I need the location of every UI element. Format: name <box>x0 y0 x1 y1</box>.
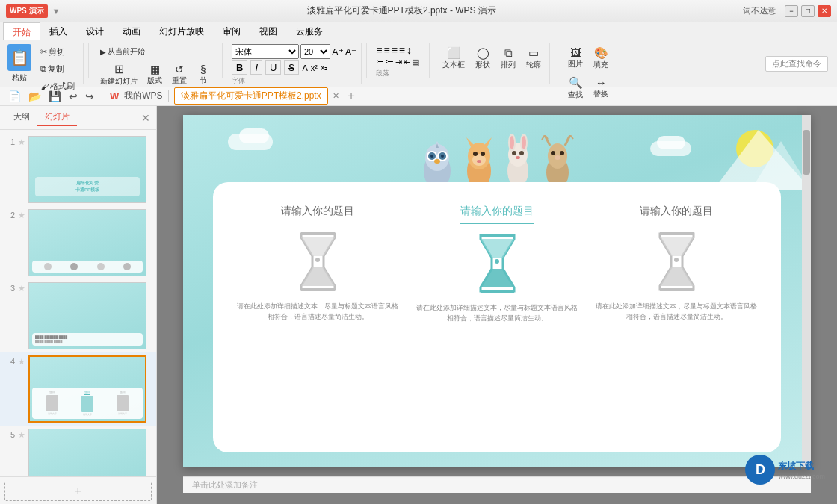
slide-item-3[interactable]: 3 ★ ████ ██ ████ ████ ████ ████ ████ <box>0 279 156 352</box>
content-column-3: 请输入你的题目 请在此处添加详细描述文本，尽量与标题文本语言风格相符合，语言描述… <box>594 205 759 438</box>
subscript-button[interactable]: x₂ <box>321 63 328 72</box>
picture-button[interactable]: 🖼 图片 <box>564 44 587 72</box>
content-card: 请输入你的题目 请在此处添加详细描述文本，尽量与标题文本语言风格相符合，语言描述… <box>213 182 781 452</box>
font-color-button[interactable]: A <box>302 63 307 72</box>
tab-design[interactable]: 设计 <box>77 22 114 40</box>
slide-num-3: 3 <box>4 284 15 293</box>
align-center-button[interactable]: ≡ <box>384 44 390 56</box>
new-slide-button[interactable]: ⊞ 新建幻灯片 <box>96 60 141 89</box>
drawing-group: ⬜ 文本框 ◯ 形状 ⧉ 排列 ▭ 轮廓 <box>434 43 550 84</box>
canvas-scrollbar[interactable] <box>802 115 811 467</box>
slide-num-4: 4 <box>4 357 15 366</box>
paragraph-group: ≡ ≡ ≡ ≡ ↕ ≔ ≔ ⇥ ⇤ ▤ 段落 <box>371 43 424 84</box>
shape-button[interactable]: ◯ 形状 <box>472 44 494 72</box>
qa-mywps[interactable]: 我的WPS <box>124 90 162 102</box>
tab-outline[interactable]: 大纲 <box>6 109 37 126</box>
restore-button[interactable]: □ <box>801 5 815 17</box>
font-size-select[interactable]: 20 <box>300 44 330 59</box>
cloud-right-top <box>657 136 685 149</box>
line-spacing-button[interactable]: ↕ <box>407 44 412 56</box>
slide-item-5[interactable]: 5 ★ ✦ ✦ ████████████ <box>0 426 156 476</box>
bullet-list-button[interactable]: ≔ <box>376 57 384 67</box>
textbox-button[interactable]: ⬜ 文本框 <box>439 44 469 72</box>
wps-logo[interactable]: WPS 演示 <box>6 4 48 18</box>
svg-point-29 <box>516 156 520 159</box>
underline-button[interactable]: U <box>265 60 281 75</box>
tab-cloud[interactable]: 云服务 <box>287 22 333 40</box>
quick-access-bar: 📄 📂 💾 ↩ ↪ W 我的WPS 淡雅扁平化可爱卡通PPT模板2.pptx ✕… <box>0 87 837 106</box>
search-command-area: 点此查找命令 <box>765 43 834 84</box>
reset-button[interactable]: ↺ 重置 <box>168 61 191 88</box>
qa-redo[interactable]: ↪ <box>83 88 96 105</box>
col-desc-3: 请在此处添加详细描述文本，尽量与标题文本语言风格相符合，语言描述尽量简洁生动。 <box>594 301 759 323</box>
minimize-button[interactable]: － <box>785 5 798 17</box>
from-start-button[interactable]: ▶ 从当前开始 <box>96 44 149 59</box>
svg-line-37 <box>570 135 573 139</box>
close-button[interactable]: ✕ <box>818 5 831 17</box>
slide-background: 请输入你的题目 请在此处添加详细描述文本，尽量与标题文本语言风格相符合，语言描述… <box>183 115 811 467</box>
slides-group: ▶ 从当前开始 ⊞ 新建幻灯片 ▦ 版式 ↺ 重置 § 节 <box>93 43 217 84</box>
add-slide-button[interactable]: + <box>4 482 152 501</box>
paste-button[interactable]: 📋 <box>7 44 31 71</box>
cut-button[interactable]: ✂ 剪切 <box>37 44 78 60</box>
italic-button[interactable]: I <box>250 60 262 75</box>
indent-button[interactable]: ⇥ <box>395 57 402 67</box>
tab-review[interactable]: 审阅 <box>214 22 250 40</box>
new-file-tab[interactable]: ＋ <box>345 88 357 104</box>
slide-thumb-3: ████ ██ ████ ████ ████ ████ ████ <box>28 282 146 349</box>
tab-view[interactable]: 视图 <box>250 22 287 40</box>
find-button[interactable]: 🔍 查找 <box>564 74 587 102</box>
align-left-button[interactable]: ≡ <box>376 44 382 56</box>
active-file-tab[interactable]: 淡雅扁平化可爱卡通PPT模板2.pptx <box>174 87 328 105</box>
slide-thumb-1: 扁平化可爱卡通PP模板 <box>28 136 146 203</box>
slide-thumb-5: ✦ ✦ ████████████ <box>28 429 146 476</box>
tab-slideshow[interactable]: 幻灯片放映 <box>150 22 214 40</box>
replace-button[interactable]: ↔ 替换 <box>590 74 612 102</box>
col-title-2: 请输入你的题目 <box>460 205 534 224</box>
notes-placeholder: 单击此处添加备注 <box>192 479 258 491</box>
scrollbar-thumb[interactable] <box>803 130 810 175</box>
arrange-button[interactable]: ⧉ 排列 <box>497 44 519 72</box>
tab-insert[interactable]: 插入 <box>40 22 77 40</box>
section-button[interactable]: § 节 <box>193 61 214 88</box>
qa-separator1 <box>102 90 102 102</box>
ribbon-tabs: 开始 插入 设计 动画 幻灯片放映 审阅 视图 云服务 <box>0 22 837 40</box>
outdent-button[interactable]: ⇤ <box>404 57 410 67</box>
slide-item-1[interactable]: 1 ★ 扁平化可爱卡通PP模板 <box>0 133 156 206</box>
col-desc-2: 请在此处添加详细描述文本，尽量与标题文本语言风格相符合，语言描述尽量简洁生动。 <box>415 302 579 324</box>
slide-thumb-4: 題目 说明文字 題目 说明文字 題目 <box>28 355 146 423</box>
sidebar-close-button[interactable]: ✕ <box>141 112 150 124</box>
slide-item-4[interactable]: 4 ★ 題目 说明文字 題目 说 <box>0 352 156 426</box>
qa-wps-icon[interactable]: W <box>108 88 121 104</box>
search-command-input[interactable]: 点此查找命令 <box>765 56 828 72</box>
font-name-select[interactable]: 宋体 <box>232 44 299 59</box>
layout-button[interactable]: ▦ 版式 <box>143 61 166 88</box>
qa-open[interactable]: 📂 <box>26 88 43 105</box>
notes-area[interactable]: 单击此处添加备注 <box>183 476 811 493</box>
columns-button[interactable]: ▤ <box>412 57 419 67</box>
numbered-list-button[interactable]: ≔ <box>386 57 394 67</box>
align-right-button[interactable]: ≡ <box>392 44 398 56</box>
tab-slides[interactable]: 幻灯片 <box>37 109 77 126</box>
align-justify-button[interactable]: ≡ <box>399 44 405 56</box>
qa-new[interactable]: 📄 <box>6 88 23 105</box>
svg-line-33 <box>542 135 545 140</box>
close-file-tab[interactable]: ✕ <box>333 91 339 101</box>
font-group-label: 字体 <box>232 76 245 86</box>
qa-undo[interactable]: ↩ <box>67 88 80 105</box>
font-size-decrease[interactable]: A⁻ <box>345 46 357 57</box>
slide-star-3: ★ <box>18 284 25 293</box>
tab-start[interactable]: 开始 <box>3 22 40 40</box>
bold-button[interactable]: B <box>232 60 247 75</box>
fill-button[interactable]: 🎨 填充 <box>590 44 612 72</box>
svg-point-10 <box>434 159 440 164</box>
slide-canvas[interactable]: 请输入你的题目 请在此处添加详细描述文本，尽量与标题文本语言风格相符合，语言描述… <box>183 115 811 467</box>
copy-button[interactable]: ⧉ 复制 <box>37 61 78 77</box>
font-size-increase[interactable]: A⁺ <box>332 46 344 57</box>
strikethrough-button[interactable]: S̶ <box>284 60 299 75</box>
superscript-button[interactable]: x² <box>311 63 318 72</box>
slide-item-2[interactable]: 2 ★ <box>0 206 156 279</box>
outline-button[interactable]: ▭ 轮廓 <box>522 44 545 72</box>
qa-save[interactable]: 💾 <box>46 88 64 105</box>
tab-animation[interactable]: 动画 <box>114 22 150 40</box>
